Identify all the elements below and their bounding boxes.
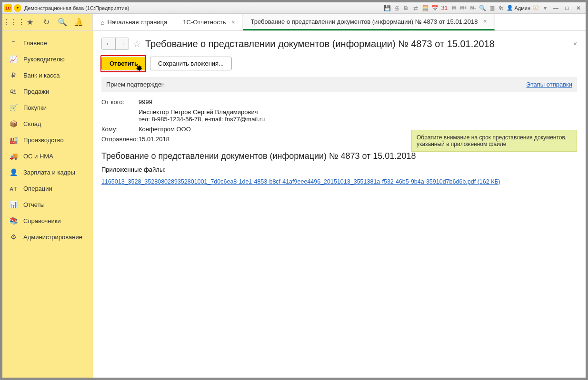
sidebar-item-label: Администрирование bbox=[23, 234, 82, 241]
sidebar-item-admin[interactable]: ⚙Администрирование bbox=[2, 229, 93, 245]
attachments-label: Приложенные файлы: bbox=[101, 166, 577, 173]
compare-icon[interactable]: ⇄ bbox=[411, 4, 420, 12]
tab-label: Требование о представлении документов (и… bbox=[250, 18, 478, 25]
to-label: Кому: bbox=[101, 126, 139, 133]
close-icon[interactable]: × bbox=[483, 18, 487, 25]
chart-icon: 📈 bbox=[9, 55, 18, 63]
toolbar-row: ⋮⋮⋮ ★ ↻ 🔍 🔔 ⌂ Начальная страница 1С-Отче… bbox=[2, 14, 586, 31]
sidebar-item-operations[interactable]: ᴀᴛОперации bbox=[2, 180, 93, 196]
admin-name: Админ bbox=[514, 5, 530, 11]
sidebar-item-label: Операции bbox=[23, 185, 52, 192]
sidebar-item-manager[interactable]: 📈Руководителю bbox=[2, 51, 93, 67]
app-window: 1C ▾ Демонстрационная база (1С:Предприят… bbox=[2, 2, 586, 378]
page-title: Требование о представлении документов (и… bbox=[145, 39, 495, 49]
sidebar-item-purchases[interactable]: 🛒Покупки bbox=[2, 99, 93, 116]
sidebar-item-label: Руководителю bbox=[23, 56, 65, 63]
star-icon[interactable]: ☆ bbox=[133, 38, 141, 49]
tab-home[interactable]: ⌂ Начальная страница bbox=[93, 14, 175, 30]
sidebar-item-label: Главное bbox=[23, 39, 47, 47]
admin-label[interactable]: 👤 Админ bbox=[507, 5, 530, 11]
tab-label: Начальная страница bbox=[107, 19, 167, 26]
titlebar-toolbar: 💾 🖨 🗎 ⇄ 🧮 📅 31 M M+ M- 🔍 ▥ 🛠 👤 Админ ⓘ ▾… bbox=[383, 4, 586, 12]
close-window-button[interactable]: ✕ bbox=[573, 4, 584, 12]
maximize-button[interactable]: □ bbox=[562, 4, 572, 12]
tab-requirement[interactable]: Требование о представлении документов (и… bbox=[243, 14, 495, 30]
inspector-name: Инспектор Петров Сергей Владимирович bbox=[139, 108, 265, 116]
gear-icon: ⚙ bbox=[9, 233, 18, 241]
m-plus-icon[interactable]: M+ bbox=[459, 4, 468, 12]
sidebar-item-label: Склад bbox=[23, 120, 41, 127]
sidebar-item-bank[interactable]: ₽Банк и касса bbox=[2, 67, 93, 83]
box-icon: 📦 bbox=[9, 120, 18, 127]
reply-button[interactable]: Ответить bbox=[101, 57, 146, 70]
status-bar: Прием подтвержден Этапы отправки bbox=[101, 77, 577, 92]
sidebar-item-label: Покупки bbox=[23, 104, 47, 111]
sidebar-item-production[interactable]: 🏭Производство bbox=[2, 132, 93, 148]
sidebar-item-warehouse[interactable]: 📦Склад bbox=[2, 116, 93, 132]
sidebar-item-reports[interactable]: 📊Отчеты bbox=[2, 196, 93, 213]
books-icon: 📚 bbox=[9, 217, 18, 224]
sidebar-item-hr[interactable]: 👤Зарплата и кадры bbox=[2, 164, 93, 180]
close-page-button[interactable]: × bbox=[573, 40, 577, 48]
calc-icon[interactable]: 🧮 bbox=[421, 4, 429, 12]
panel-icon[interactable]: ▥ bbox=[488, 4, 496, 12]
main-area: ≡Главное 📈Руководителю ₽Банк и касса 🛍Пр… bbox=[2, 31, 586, 378]
person-icon: 👤 bbox=[9, 168, 18, 176]
save-icon[interactable]: 💾 bbox=[383, 4, 391, 12]
apps-icon[interactable]: ⋮⋮⋮ bbox=[8, 17, 20, 28]
home-icon: ⌂ bbox=[100, 19, 104, 26]
status-text: Прием подтвержден bbox=[106, 81, 165, 88]
tabs-bar: ⌂ Начальная страница 1С-Отчетность × Тре… bbox=[93, 14, 586, 30]
tab-label: 1С-Отчетность bbox=[183, 19, 226, 26]
search-icon[interactable]: 🔍 bbox=[57, 17, 68, 28]
sidebar-item-label: Отчеты bbox=[23, 201, 45, 208]
history-icon[interactable]: ↻ bbox=[40, 17, 52, 28]
sidebar: ≡Главное 📈Руководителю ₽Банк и касса 🛍Пр… bbox=[2, 31, 93, 378]
from-value: 9999 bbox=[139, 98, 152, 106]
attachment-file-link[interactable]: 1165013_3528_3528080289352801001_7d0c6ea… bbox=[101, 178, 500, 185]
stages-link[interactable]: Этапы отправки bbox=[526, 81, 572, 88]
save-attachments-button[interactable]: Сохранить вложения... bbox=[150, 57, 232, 70]
quick-access-bar: ⋮⋮⋮ ★ ↻ 🔍 🔔 bbox=[2, 14, 93, 30]
zoom-icon[interactable]: 🔍 bbox=[478, 4, 487, 12]
sidebar-item-main[interactable]: ≡Главное bbox=[2, 35, 93, 51]
menu-icon: ≡ bbox=[9, 39, 18, 47]
page-header: ← → ☆ Требование о представлении докумен… bbox=[101, 38, 577, 50]
notice-text: Обратите внимание на срок представления … bbox=[417, 134, 567, 147]
dropdown-icon[interactable]: ▾ bbox=[541, 4, 549, 12]
favorite-icon[interactable]: ★ bbox=[24, 17, 36, 28]
m-minus-icon[interactable]: M- bbox=[468, 4, 477, 12]
sidebar-item-directories[interactable]: 📚Справочники bbox=[2, 213, 93, 229]
back-button[interactable]: ← bbox=[102, 38, 115, 49]
ops-icon: ᴀᴛ bbox=[9, 185, 18, 192]
sent-value: 15.01.2018 bbox=[139, 136, 169, 143]
sidebar-item-assets[interactable]: 🚚ОС и НМА bbox=[2, 148, 93, 164]
date-icon[interactable]: 31 bbox=[440, 4, 448, 12]
tab-reporting[interactable]: 1С-Отчетность × bbox=[175, 14, 243, 30]
from-label: От кого: bbox=[101, 98, 139, 106]
close-icon[interactable]: × bbox=[231, 19, 235, 26]
cart-icon: 🛒 bbox=[9, 104, 18, 111]
barchart-icon: 📊 bbox=[9, 201, 18, 208]
m-icon[interactable]: M bbox=[449, 4, 458, 12]
calendar-icon[interactable]: 📅 bbox=[430, 4, 439, 12]
ruble-icon: ₽ bbox=[9, 71, 18, 79]
nav-buttons: ← → bbox=[101, 38, 129, 50]
forward-button[interactable]: → bbox=[115, 38, 129, 49]
sidebar-item-label: Продажи bbox=[23, 88, 49, 95]
factory-icon: 🏭 bbox=[9, 136, 18, 144]
window-title: Демонстрационная база (1С:Предприятие) bbox=[24, 5, 129, 11]
inspector-row: Инспектор Петров Сергей Владимирович тел… bbox=[101, 108, 577, 123]
truck-icon: 🚚 bbox=[9, 152, 18, 160]
notifications-icon[interactable]: 🔔 bbox=[73, 17, 84, 28]
info-icon[interactable]: ⓘ bbox=[531, 4, 540, 12]
print-icon[interactable]: 🖨 bbox=[392, 4, 401, 12]
preview-icon[interactable]: 🗎 bbox=[402, 4, 410, 12]
document-subtitle: Требование о представлении документов (и… bbox=[101, 151, 577, 161]
minimize-button[interactable]: — bbox=[550, 4, 561, 12]
tools-icon[interactable]: 🛠 bbox=[497, 4, 506, 12]
titlebar-menu-dropdown[interactable]: ▾ bbox=[14, 4, 21, 12]
app-logo-icon: 1C bbox=[4, 4, 12, 12]
sidebar-item-label: Справочники bbox=[23, 217, 61, 224]
sidebar-item-sales[interactable]: 🛍Продажи bbox=[2, 83, 93, 99]
